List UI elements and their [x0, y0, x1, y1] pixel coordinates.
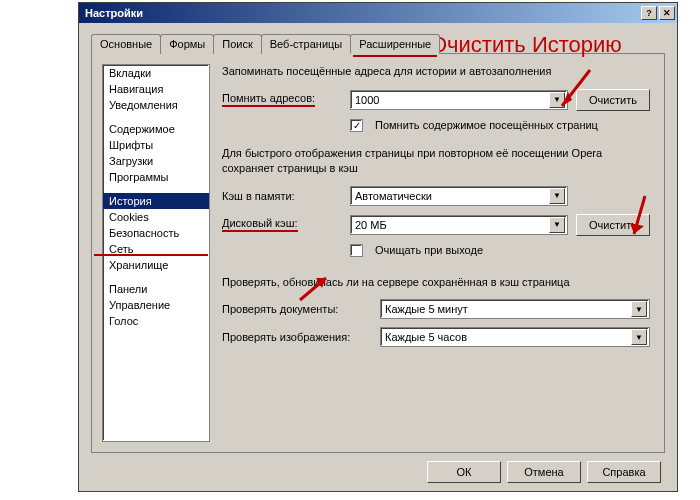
cache-desc: Для быстрого отображения страницы при по…: [222, 146, 650, 176]
dropdown-arrow-icon: ▼: [549, 188, 565, 204]
window-title: Настройки: [85, 7, 143, 19]
check-heading: Проверять, обновилась ли на сервере сохр…: [222, 275, 650, 290]
tabstrip: Основные Формы Поиск Веб-страницы Расшир…: [91, 33, 665, 54]
remember-content-checkbox[interactable]: ✓: [350, 119, 363, 132]
tab-webpages[interactable]: Веб-страницы: [261, 34, 352, 54]
mem-cache-select[interactable]: Автоматически ▼: [350, 186, 568, 206]
close-sys-button[interactable]: ✕: [659, 6, 675, 20]
sidebar-item-panels[interactable]: Панели: [103, 281, 209, 297]
sidebar-item-voice[interactable]: Голос: [103, 313, 209, 329]
mem-cache-label: Кэш в памяти:: [222, 190, 342, 202]
cancel-button[interactable]: Отмена: [507, 461, 581, 483]
sidebar-item-downloads[interactable]: Загрузки: [103, 153, 209, 169]
clear-cache-button[interactable]: Очистить: [576, 214, 650, 236]
tab-forms[interactable]: Формы: [160, 34, 214, 54]
sidebar-item-notifications[interactable]: Уведомления: [103, 97, 209, 113]
check-images-select[interactable]: Каждые 5 часов ▼: [380, 327, 650, 347]
settings-window: Настройки ? ✕ Основные Формы Поиск Веб-с…: [78, 2, 678, 492]
client-area: Основные Формы Поиск Веб-страницы Расшир…: [79, 23, 677, 491]
check-images-label: Проверять изображения:: [222, 331, 372, 343]
sidebar-item-cookies[interactable]: Cookies: [103, 209, 209, 225]
tab-body: Вкладки Навигация Уведомления Содержимое…: [91, 54, 665, 453]
check-docs-label: Проверять документы:: [222, 303, 372, 315]
remember-addresses-label: Помнить адресов:: [222, 92, 342, 107]
tab-main[interactable]: Основные: [91, 34, 161, 54]
sidebar-item-fonts[interactable]: Шрифты: [103, 137, 209, 153]
category-sidebar: Вкладки Навигация Уведомления Содержимое…: [102, 64, 210, 442]
sidebar-item-storage[interactable]: Хранилище: [103, 257, 209, 273]
sidebar-item-navigation[interactable]: Навигация: [103, 81, 209, 97]
sidebar-item-management[interactable]: Управление: [103, 297, 209, 313]
remember-addresses-select[interactable]: 1000 ▼: [350, 90, 568, 110]
disk-cache-label: Дисковый кэш:: [222, 217, 342, 232]
dropdown-arrow-icon: ▼: [631, 301, 647, 317]
sys-buttons: ? ✕: [641, 6, 675, 20]
ok-button[interactable]: ОК: [427, 461, 501, 483]
titlebar: Настройки ? ✕: [79, 3, 677, 23]
content-panel: Запоминать посещённые адреса для истории…: [218, 54, 664, 452]
dropdown-arrow-icon: ▼: [631, 329, 647, 345]
sidebar-item-content[interactable]: Содержимое: [103, 121, 209, 137]
sidebar-item-history[interactable]: История: [103, 193, 209, 209]
clear-on-exit-label: Очищать при выходе: [375, 244, 483, 256]
clear-history-button[interactable]: Очистить: [576, 89, 650, 111]
disk-cache-select[interactable]: 20 МБ ▼: [350, 215, 568, 235]
history-heading: Запоминать посещённые адреса для истории…: [222, 64, 650, 79]
dialog-footer: ОК Отмена Справка: [91, 453, 665, 483]
dropdown-arrow-icon: ▼: [549, 217, 565, 233]
help-sys-button[interactable]: ?: [641, 6, 657, 20]
remember-content-label: Помнить содержимое посещённых страниц: [375, 119, 598, 131]
check-docs-select[interactable]: Каждые 5 минут ▼: [380, 299, 650, 319]
tab-search[interactable]: Поиск: [213, 34, 261, 54]
sidebar-item-tabs[interactable]: Вкладки: [103, 65, 209, 81]
dropdown-arrow-icon: ▼: [549, 92, 565, 108]
sidebar-item-network[interactable]: Сеть: [103, 241, 209, 257]
tab-advanced[interactable]: Расширенные: [350, 34, 440, 54]
help-button[interactable]: Справка: [587, 461, 661, 483]
sidebar-item-programs[interactable]: Программы: [103, 169, 209, 185]
clear-on-exit-checkbox[interactable]: [350, 244, 363, 257]
sidebar-item-security[interactable]: Безопасность: [103, 225, 209, 241]
